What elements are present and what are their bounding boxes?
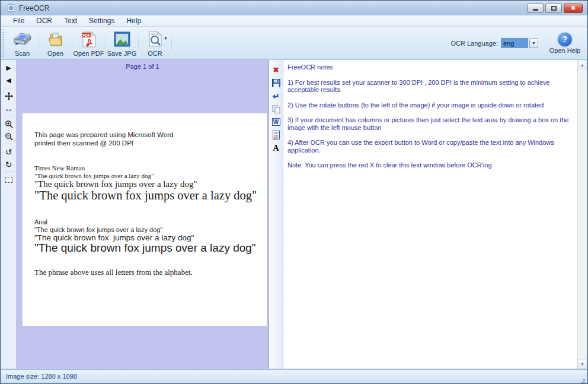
zoom-in-icon	[5, 120, 13, 128]
ocr-language-dropdown-button[interactable]: ▼	[529, 38, 538, 48]
chevron-down-icon: ▼	[532, 41, 536, 45]
note-paragraph: 2) Use the rotate buttons (to the left o…	[287, 101, 576, 109]
ocr-label: OCR	[148, 50, 162, 57]
pdf-icon: PDF	[81, 29, 97, 49]
note-paragraph: Note: You can press the red X to clear t…	[287, 161, 576, 169]
divider	[4, 172, 14, 172]
next-page-button[interactable]: ▶	[2, 62, 15, 74]
doc-times-medium: "The quick brown fox jumps over a lazy d…	[34, 179, 197, 189]
export-word-button[interactable]: W	[271, 117, 282, 127]
help-icon: ?	[558, 32, 572, 46]
select-area-button[interactable]	[2, 173, 15, 186]
line-break-icon: ↵	[273, 91, 280, 101]
svg-text:OCR: OCR	[150, 32, 157, 36]
menu-text[interactable]: Text	[58, 16, 83, 26]
doc-arial-large: "The quick brown fox jumps over a lazy d…	[34, 242, 256, 255]
maximize-button[interactable]	[545, 4, 562, 13]
open-help-button[interactable]: ? Open Help	[547, 32, 583, 54]
scan-button[interactable]: Scan	[7, 27, 38, 59]
ocr-language-select[interactable]: eng	[501, 38, 528, 48]
fit-width-icon: ↔	[5, 104, 13, 113]
toolbar-gripper	[2, 29, 5, 57]
svg-text:RTF: RTF	[273, 137, 279, 139]
export-rtf-button[interactable]: RTF	[271, 130, 282, 140]
toolbar-separator	[171, 28, 172, 58]
fit-page-button[interactable]	[2, 90, 15, 102]
main-toolbar: Scan Open PDF	[1, 27, 587, 60]
floppy-disk-icon	[272, 79, 280, 87]
notes-title: FreeOCR notes	[287, 64, 576, 71]
note-paragraph: 1) For best results set your scanner to …	[287, 79, 576, 94]
scroll-up-button[interactable]: ▲	[578, 60, 587, 69]
open-pdf-label: Open PDF	[74, 50, 104, 57]
doc-times-large: "The quick brown fox jumps over a lazy d…	[34, 189, 257, 202]
open-help-label: Open Help	[549, 47, 581, 54]
menu-file[interactable]: File	[7, 16, 30, 26]
doc-intro-line1: This page was prepared using Microsoft W…	[34, 131, 173, 138]
doc-closing: The phrase above uses all letters from t…	[34, 268, 193, 277]
ocr-button[interactable]: OCR ▼ OCR	[139, 27, 171, 59]
status-bar: Image size: 1280 x 1098	[1, 369, 587, 383]
toolbar-separator	[39, 28, 39, 58]
toolbar-separator	[72, 28, 72, 58]
text-tools-toolbar: ✖ ↵ W	[269, 60, 283, 369]
svg-text:PDF: PDF	[82, 33, 90, 37]
doc-times-small: "The quick brown fox jumps over a lazy d…	[34, 172, 154, 179]
copy-text-button[interactable]	[271, 104, 282, 114]
menu-help[interactable]: Help	[120, 16, 147, 26]
clear-text-button[interactable]: ✖	[271, 65, 282, 75]
fit-width-button[interactable]: ↔	[2, 102, 15, 115]
close-button[interactable]: ✖	[564, 4, 583, 13]
rotate-ccw-button[interactable]: ↺	[2, 145, 15, 158]
zoom-in-button[interactable]	[2, 118, 15, 130]
zoom-out-button[interactable]	[2, 130, 15, 142]
image-preview-panel[interactable]: Page 1 of 1 This page was prepared using…	[17, 60, 269, 369]
scanner-icon	[12, 29, 33, 49]
doc-intro-line2: printed then scanned @ 200 DPI	[34, 139, 133, 147]
prev-page-icon: ◀	[6, 77, 11, 84]
prev-page-button[interactable]: ◀	[2, 74, 15, 87]
save-text-button[interactable]	[271, 78, 282, 88]
doc-times-label: Times New Roman	[34, 164, 85, 172]
menu-bar: File OCR Text Settings Help	[1, 15, 587, 27]
note-paragraph: 4) After OCR you can use the export butt…	[287, 139, 576, 154]
menu-settings[interactable]: Settings	[83, 16, 120, 26]
selection-box-icon	[5, 177, 12, 183]
divider	[4, 88, 14, 88]
divider	[4, 144, 14, 144]
note-paragraph: 3) If your document has columns or pictu…	[287, 116, 576, 131]
text-panel-scrollbar[interactable]: ▲ ▼	[577, 60, 587, 369]
app-window: FreeOCR ✖ File OCR Text Settings Help	[0, 0, 588, 384]
image-size-status: Image size: 1280 x 1098	[6, 373, 77, 380]
menu-ocr[interactable]: OCR	[30, 16, 58, 26]
rtf-document-icon: RTF	[272, 131, 280, 139]
font-button[interactable]: A	[271, 143, 282, 153]
main-area: ▶ ◀ ↔	[1, 60, 587, 369]
open-folder-icon	[47, 29, 64, 49]
ocr-text-output[interactable]: FreeOCR notes 1) For best results set yo…	[283, 60, 577, 369]
scan-label: Scan	[15, 50, 30, 57]
rotate-cw-icon: ↻	[5, 160, 12, 169]
save-jpg-button[interactable]: Save JPG	[106, 27, 138, 59]
image-nav-toolbar: ▶ ◀ ↔	[1, 60, 17, 369]
remove-line-breaks-button[interactable]: ↵	[271, 91, 282, 101]
doc-arial-medium: "The quick brown fox jumps over a lazy d…	[34, 233, 194, 242]
ocr-icon: OCR	[147, 29, 164, 49]
divider	[4, 116, 14, 116]
minimize-button[interactable]	[527, 4, 544, 13]
scroll-up-icon: ▲	[580, 63, 584, 67]
resize-grip-icon[interactable]	[583, 379, 585, 381]
scroll-down-button[interactable]: ▼	[578, 359, 587, 369]
open-pdf-button[interactable]: PDF Open PDF	[73, 27, 104, 59]
window-controls: ✖	[527, 4, 584, 13]
rotate-cw-button[interactable]: ↻	[2, 158, 15, 170]
save-jpg-label: Save JPG	[107, 50, 137, 57]
word-icon: W	[272, 118, 280, 126]
move-icon	[5, 92, 13, 100]
font-icon: A	[273, 144, 279, 153]
rotate-ccw-icon: ↺	[5, 147, 12, 157]
title-bar: FreeOCR ✖	[1, 1, 587, 15]
scanned-page[interactable]: This page was prepared using Microsoft W…	[23, 113, 267, 326]
ocr-dropdown-icon[interactable]: ▼	[164, 36, 168, 40]
open-button[interactable]: Open	[40, 27, 71, 59]
